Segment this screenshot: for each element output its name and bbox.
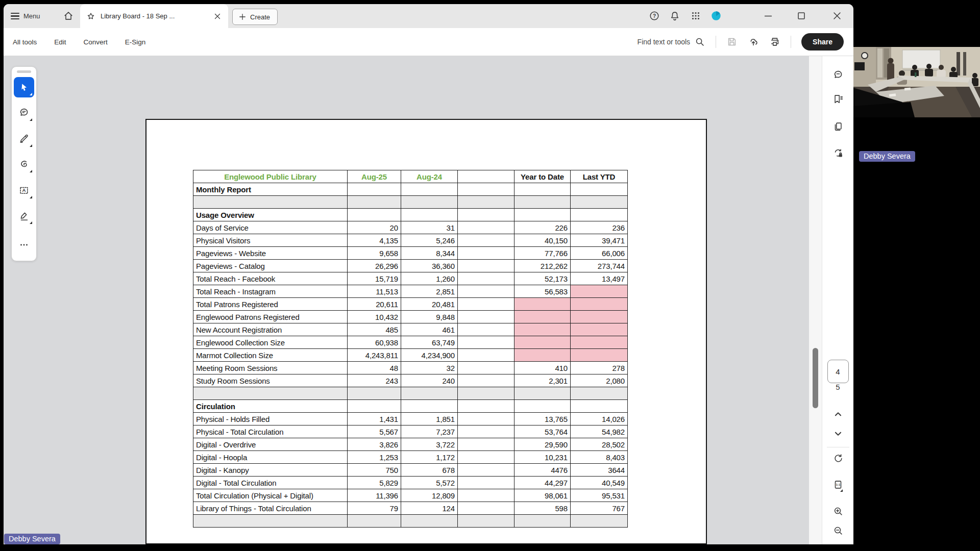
table-row: Englewood Collection Size60,93863,749 (193, 336, 628, 349)
row-value: 678 (401, 464, 458, 477)
row-value: 40,549 (571, 477, 628, 489)
tool-lasso[interactable] (14, 155, 34, 175)
help-icon: ? (649, 10, 660, 21)
row-value: 4476 (514, 464, 571, 477)
save-button[interactable] (726, 36, 738, 47)
table-title: Englewood Public Library (193, 170, 348, 183)
notifications-button[interactable] (667, 8, 682, 23)
help-button[interactable]: ? (647, 8, 662, 23)
maximize-button[interactable] (794, 8, 809, 23)
document-scrollbar[interactable] (809, 56, 822, 544)
row-value: 63,749 (401, 336, 458, 349)
row-value: 5,567 (348, 425, 401, 438)
row-value: 1,851 (401, 413, 458, 425)
row-value (458, 349, 514, 362)
report-table-body: Monthly ReportUsage OverviewDays of Serv… (193, 183, 628, 528)
tool-draw[interactable] (14, 129, 34, 149)
row-value: 1,431 (348, 413, 401, 425)
titlebar: Menu Library Board - 18 Sep ... Create ? (4, 4, 853, 28)
pdf-page: Englewood Public Library Aug-25 Aug-24 Y… (145, 119, 707, 544)
row-value: 1,172 (401, 451, 458, 464)
row-value (514, 196, 571, 209)
nav-edit[interactable]: Edit (54, 38, 66, 46)
row-value: 60,938 (348, 336, 401, 349)
minimize-button[interactable] (761, 8, 776, 23)
row-value (514, 298, 571, 311)
page-number-input[interactable] (827, 360, 849, 383)
document-tab[interactable]: Library Board - 18 Sep ... (80, 4, 228, 28)
account-avatar[interactable] (708, 8, 724, 23)
scrollbar-thumb[interactable] (813, 348, 818, 408)
svg-text:?: ? (653, 13, 656, 19)
svg-text:A: A (22, 188, 26, 193)
home-button[interactable] (61, 8, 76, 23)
row-value (571, 349, 628, 362)
row-value: 95,531 (571, 489, 628, 502)
close-window-button[interactable] (829, 8, 845, 23)
nav-convert[interactable]: Convert (84, 38, 108, 46)
print-button[interactable] (769, 36, 780, 47)
row-label: Digital - Kanopy (193, 464, 348, 477)
tool-comment[interactable] (14, 103, 34, 123)
row-value: 3,826 (348, 438, 401, 451)
row-value: 240 (401, 374, 458, 387)
tab-close-button[interactable] (213, 12, 222, 21)
tool-more[interactable] (14, 235, 34, 255)
menu-button[interactable]: Menu (11, 9, 40, 23)
document-canvas: A (4, 56, 809, 544)
zoom-out-button[interactable] (829, 522, 847, 539)
page-down-button[interactable] (829, 425, 847, 442)
tool-fill-sign[interactable] (14, 206, 34, 227)
row-value (458, 374, 514, 387)
upload-cloud-button[interactable] (748, 36, 759, 47)
panel-protect-button[interactable] (829, 144, 847, 162)
create-button[interactable]: Create (232, 9, 278, 25)
row-value (458, 425, 514, 438)
row-value: 124 (401, 502, 458, 515)
tool-select[interactable] (14, 77, 34, 97)
fit-page-button[interactable]: 1:1 (829, 476, 847, 493)
share-button[interactable]: Share (801, 33, 844, 51)
row-value (458, 247, 514, 260)
rail-drag-handle[interactable] (17, 70, 31, 73)
row-label: Days of Service (193, 221, 348, 234)
row-value (571, 298, 628, 311)
find-tools-button[interactable]: Find text or tools (638, 36, 706, 47)
row-value (458, 272, 514, 285)
nav-esign[interactable]: E-Sign (125, 38, 146, 46)
apps-grid-button[interactable] (688, 8, 703, 23)
row-value: 212,262 (514, 260, 571, 272)
table-row: Digital - Kanopy75067844763644 (193, 464, 628, 477)
row-value: 1,253 (348, 451, 401, 464)
zoom-in-button[interactable] (829, 503, 847, 520)
row-value (514, 323, 571, 336)
nav-all-tools[interactable]: All tools (13, 38, 37, 46)
panel-bookmarks-button[interactable] (829, 90, 847, 108)
table-row: Meeting Room Sessions4832410278 (193, 362, 628, 374)
svg-text:1:1: 1:1 (836, 483, 840, 486)
row-value: 20,611 (348, 298, 401, 311)
row-value: 3644 (571, 464, 628, 477)
row-value: 4,243,811 (348, 349, 401, 362)
row-label: Library of Things - Total Circulation (193, 502, 348, 515)
table-row: Study Room Sessions2432402,3012,080 (193, 374, 628, 387)
row-value: 2,301 (514, 374, 571, 387)
lasso-icon (18, 159, 30, 170)
panel-comments-button[interactable] (829, 66, 847, 84)
tool-select-text[interactable]: A (14, 180, 34, 201)
row-value (458, 234, 514, 247)
panel-thumbnails-button[interactable] (829, 118, 847, 135)
page-up-button[interactable] (829, 406, 847, 423)
table-row: Monthly Report (193, 183, 628, 196)
favorite-star-icon[interactable] (86, 12, 95, 21)
row-value: 767 (571, 502, 628, 515)
table-row: Physical Visitors4,1355,24640,15039,471 (193, 234, 628, 247)
refresh-button[interactable] (829, 449, 847, 467)
cursor-icon (18, 82, 30, 93)
participant-video[interactable] (853, 47, 980, 117)
row-value: 598 (514, 502, 571, 515)
row-value: 273,744 (571, 260, 628, 272)
row-value (458, 464, 514, 477)
row-value: 26,296 (348, 260, 401, 272)
row-value (458, 209, 514, 221)
